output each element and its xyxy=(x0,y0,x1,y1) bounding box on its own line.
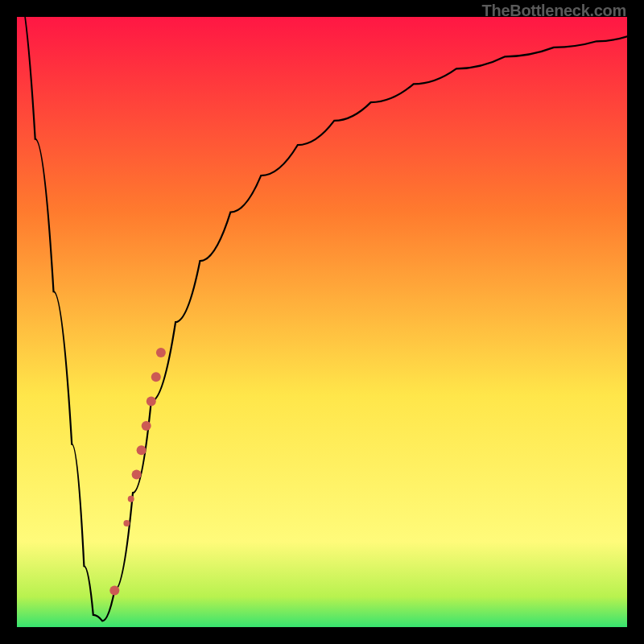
data-point-marker xyxy=(151,372,161,382)
chart-surface xyxy=(17,17,627,627)
data-point-marker xyxy=(137,445,147,455)
heatmap-background xyxy=(17,17,627,627)
data-point-marker xyxy=(132,470,142,480)
chart-plot-area xyxy=(17,17,627,627)
data-point-marker xyxy=(147,397,156,407)
data-point-marker xyxy=(123,520,130,526)
data-point-marker xyxy=(109,586,119,596)
data-point-marker xyxy=(156,348,166,357)
data-point-marker xyxy=(142,421,151,431)
data-point-marker xyxy=(128,496,134,502)
chart-frame: TheBottleneck.com xyxy=(0,0,644,644)
